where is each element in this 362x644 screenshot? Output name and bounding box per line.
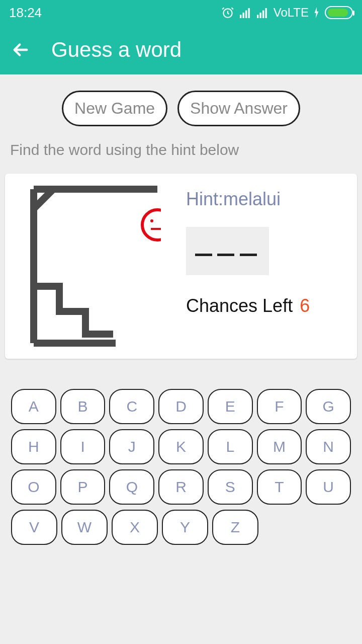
new-game-button[interactable]: New Game — [62, 91, 167, 126]
signal-icon-2 — [256, 7, 268, 18]
svg-rect-7 — [262, 11, 264, 18]
chances-label: Chances Left — [186, 295, 293, 316]
key-t[interactable]: T — [257, 469, 302, 505]
battery-icon — [325, 6, 353, 19]
keyboard-row: OPQRSTU — [11, 469, 351, 505]
keyboard-row: HIJKLMN — [11, 429, 351, 464]
key-c[interactable]: C — [109, 389, 154, 424]
charging-icon — [314, 7, 320, 18]
key-a[interactable]: A — [11, 389, 56, 424]
network-label: VoLTE — [274, 6, 309, 20]
hint-value: melalui — [223, 189, 281, 209]
key-h[interactable]: H — [11, 429, 56, 464]
key-f[interactable]: F — [257, 389, 302, 424]
svg-point-10 — [150, 219, 153, 222]
letter-blank — [195, 254, 212, 256]
show-answer-button[interactable]: Show Answer — [177, 91, 300, 126]
key-b[interactable]: B — [60, 389, 106, 424]
key-j[interactable]: J — [109, 429, 154, 464]
app-bar: Guess a word — [0, 25, 362, 74]
svg-point-9 — [142, 210, 161, 240]
key-o[interactable]: O — [11, 469, 56, 505]
key-g[interactable]: G — [306, 389, 351, 424]
svg-rect-8 — [265, 8, 266, 18]
back-button[interactable] — [10, 39, 31, 60]
hangman-icon — [30, 186, 161, 347]
chances-row: Chances Left 6 — [186, 295, 310, 316]
status-time: 18:24 — [9, 5, 42, 21]
key-v[interactable]: V — [11, 510, 57, 545]
word-blanks — [186, 227, 269, 275]
signal-icon — [239, 7, 251, 18]
keyboard-row: ABCDEFG — [11, 389, 351, 424]
key-u[interactable]: U — [306, 469, 351, 505]
key-r[interactable]: R — [158, 469, 204, 505]
status-icons: VoLTE — [221, 6, 353, 20]
instruction-text: Find the word using the hint below — [0, 135, 362, 174]
letter-keyboard: ABCDEFGHIJKLMNOPQRSTUVWXYZ — [0, 359, 362, 545]
keyboard-row: VWXYZ — [11, 510, 351, 545]
key-d[interactable]: D — [158, 389, 204, 424]
key-y[interactable]: Y — [162, 510, 208, 545]
hint-text: Hint:melalui — [186, 189, 281, 210]
key-m[interactable]: M — [257, 429, 302, 464]
status-bar: 18:24 VoLTE — [0, 0, 362, 25]
svg-rect-1 — [240, 15, 241, 18]
svg-rect-2 — [242, 13, 244, 18]
key-k[interactable]: K — [158, 429, 204, 464]
hangman-figure — [30, 186, 161, 347]
key-i[interactable]: I — [60, 429, 106, 464]
svg-rect-5 — [257, 15, 258, 18]
key-l[interactable]: L — [208, 429, 253, 464]
key-e[interactable]: E — [208, 389, 253, 424]
hint-label: Hint: — [186, 189, 223, 209]
svg-rect-3 — [245, 11, 247, 18]
game-info: Hint:melalui Chances Left 6 — [186, 186, 337, 347]
svg-rect-4 — [248, 8, 249, 18]
key-s[interactable]: S — [208, 469, 253, 505]
key-w[interactable]: W — [61, 510, 108, 545]
letter-blank — [240, 254, 257, 256]
page-title: Guess a word — [51, 38, 182, 62]
key-p[interactable]: P — [60, 469, 106, 505]
key-x[interactable]: X — [112, 510, 158, 545]
letter-blank — [217, 254, 234, 256]
game-card: Hint:melalui Chances Left 6 — [5, 174, 357, 359]
key-n[interactable]: N — [306, 429, 351, 464]
alarm-icon — [221, 6, 234, 19]
svg-rect-6 — [259, 13, 261, 18]
key-q[interactable]: Q — [109, 469, 154, 505]
action-button-row: New Game Show Answer — [0, 74, 362, 135]
key-z[interactable]: Z — [212, 510, 258, 545]
chances-count: 6 — [300, 295, 310, 316]
